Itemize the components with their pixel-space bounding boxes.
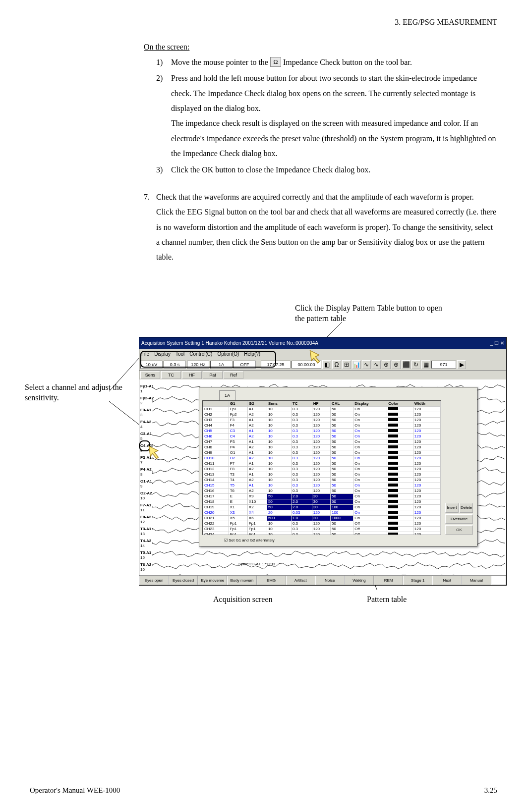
step-text: Press and hold the left mouse button for… xyxy=(171,74,477,112)
channel-number[interactable]: 16 xyxy=(140,566,145,573)
event-button[interactable]: Manual xyxy=(462,576,491,585)
amp-button[interactable]: HF xyxy=(182,371,202,379)
impedance-check-icon: Ω xyxy=(270,57,281,67)
event-button[interactable]: Eyes closed xyxy=(169,576,198,585)
titlebar: Acquisition System Setting 1 Hanako Kohd… xyxy=(139,337,506,349)
channel-number[interactable]: 15 xyxy=(140,554,145,561)
step-text: Move the mouse pointer to the xyxy=(171,58,270,66)
step-num: 2) xyxy=(156,71,171,161)
toolbar-icon[interactable]: ⊕ xyxy=(382,360,391,369)
overwrite-button[interactable]: Overwrite xyxy=(445,514,473,524)
toolbar-icon[interactable]: Ω xyxy=(332,360,341,369)
event-button[interactable]: Stage 1 xyxy=(403,576,432,585)
amp-button[interactable]: Pat xyxy=(203,371,223,379)
step-text: Click the EEG Signal button on the tool … xyxy=(156,208,496,261)
toolbar-icon[interactable]: ▶ xyxy=(457,360,466,369)
amp-button[interactable]: TC xyxy=(161,371,181,379)
bottom-bar[interactable]: Eyes openEyes closedEye movemeBody movem… xyxy=(139,575,506,585)
event-button[interactable]: REM xyxy=(374,576,403,585)
event-button[interactable]: Waking xyxy=(345,576,374,585)
toolbar-icon[interactable]: ⊞ xyxy=(342,360,351,369)
insert-button[interactable]: Insert xyxy=(445,503,459,512)
event-button[interactable]: Next xyxy=(432,576,462,585)
window-controls: _ ☐ ✕ xyxy=(490,338,504,348)
amp-button[interactable]: Ref xyxy=(224,371,243,379)
toolbar-icon[interactable]: ◧ xyxy=(322,360,331,369)
highlight-box xyxy=(140,351,276,368)
channel-number[interactable]: 11 xyxy=(140,506,145,514)
highlight-box xyxy=(139,440,150,451)
acquisition-screenshot: Acquisition System Setting 1 Hanako Kohd… xyxy=(139,337,507,586)
counter-field: 971 xyxy=(431,361,456,369)
pattern-grid[interactable]: G1G2SensTCHFCALDisplayColorWidthCH1Fp1A1… xyxy=(202,400,441,535)
footer-left: Operator's Manual WEE-1000 xyxy=(30,783,120,798)
event-button[interactable]: Eye moveme xyxy=(198,576,227,585)
step-num: 7. xyxy=(144,190,156,265)
step-text: The impedance check result is displayed … xyxy=(171,119,496,158)
step-text: Impedance Check button on the tool bar. xyxy=(281,58,412,66)
step-text: Check that the waveforms are acquired co… xyxy=(156,193,474,201)
pattern-tab[interactable]: 1A xyxy=(219,390,235,400)
step-list: 1) Move the mouse pointer to the Ω Imped… xyxy=(144,55,497,177)
heading-on-screen: On the screen: xyxy=(144,40,497,54)
event-button[interactable]: Body movem xyxy=(227,576,256,585)
channel-number[interactable]: 10 xyxy=(140,494,145,502)
page-footer: Operator's Manual WEE-1000 3.25 xyxy=(30,783,497,798)
event-button[interactable]: Noise xyxy=(315,576,345,585)
toolbar-icon[interactable]: ⬛ xyxy=(402,360,410,369)
amp-bar[interactable]: SensTCHFPatRef xyxy=(139,371,506,379)
toolbar-icon[interactable]: ⊕ xyxy=(392,360,401,369)
channel-number[interactable]: 8 xyxy=(140,471,142,478)
channel-number[interactable]: 12 xyxy=(140,518,145,526)
footer-right: 3.25 xyxy=(484,783,497,798)
toolbar-icon[interactable]: ∿ xyxy=(372,360,381,369)
step-num: 3) xyxy=(156,162,171,177)
callout-sensitivity: Select a channel and adjust the sensitiv… xyxy=(25,382,124,403)
caption-pattern: Pattern table xyxy=(367,592,407,607)
toolbar-icon[interactable]: ↻ xyxy=(411,360,420,369)
channel-number[interactable]: 14 xyxy=(140,542,145,549)
step-text: Click the OK button to close the Impedan… xyxy=(171,162,497,177)
channel-number[interactable]: 13 xyxy=(140,530,145,538)
elapsed-field: 00:00:00 xyxy=(292,361,321,369)
spike-label: Spike:C3-A1 17:0:33 xyxy=(238,560,275,568)
amp-button[interactable]: Sens xyxy=(140,371,160,379)
callout-pattern-table: Click the Display Pattern Table button t… xyxy=(295,303,444,324)
channel-number[interactable]: 2 xyxy=(140,399,142,407)
ok-button[interactable]: OK xyxy=(445,525,473,535)
waveform xyxy=(152,562,506,571)
event-button[interactable]: EMG xyxy=(257,576,286,585)
channel-number[interactable]: 7 xyxy=(140,459,142,466)
delete-button[interactable]: Delete xyxy=(460,503,473,512)
toolbar-icon[interactable]: ▦ xyxy=(421,360,430,369)
channel-number[interactable]: 1 xyxy=(140,387,142,395)
page-header: 3. EEG/PSG MEASUREMENT xyxy=(15,15,497,30)
waveform xyxy=(152,550,506,559)
toolbar-icon[interactable]: 📊 xyxy=(352,360,361,369)
event-button[interactable]: Artifact xyxy=(286,576,315,585)
channel-number[interactable]: 3 xyxy=(140,411,142,419)
step-num: 1) xyxy=(156,55,171,70)
channel-number[interactable]: 9 xyxy=(140,483,142,490)
pattern-table-dialog: 1A G1G2SensTCHFCALDisplayColorWidthCH1Fp… xyxy=(199,387,477,546)
toolbar-icon[interactable]: ∿ xyxy=(362,360,371,369)
channel-number[interactable]: 4 xyxy=(140,423,142,431)
window-title: Acquisition System Setting 1 Hanako Kohd… xyxy=(141,338,318,348)
pattern-footer: ☑ Set G1 and G2 alternately xyxy=(224,537,275,544)
event-button[interactable]: Eyes open xyxy=(139,576,169,585)
caption-acquisition: Acquisition screen xyxy=(213,592,273,607)
